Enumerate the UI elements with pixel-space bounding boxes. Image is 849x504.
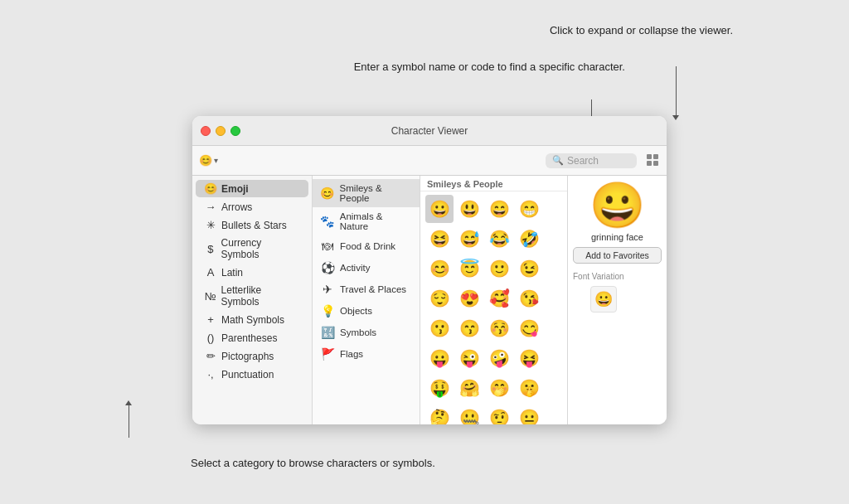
emoji-cell[interactable]: 🤐: [455, 404, 483, 424]
sidebar-item-letterlike-symbols[interactable]: №Letterlike Symbols: [196, 282, 308, 310]
sidebar-item-currency-symbols[interactable]: $Currency Symbols: [196, 235, 308, 263]
grid-view-icon[interactable]: [647, 154, 660, 167]
annotation-category: Select a category to browse characters o…: [191, 456, 435, 471]
sidebar-item-bullets-&-stars[interactable]: ✳Bullets & Stars: [196, 216, 308, 234]
subcat-label: Travel & Places: [340, 284, 406, 294]
subcat-icon: 💡: [319, 304, 336, 317]
sidebar-item-punctuation[interactable]: ·,Punctuation: [196, 366, 308, 383]
sidebar-icon: ·,: [204, 368, 217, 380]
emoji-cell[interactable]: 🤑: [425, 374, 454, 402]
sidebar-icon: ✏: [204, 350, 217, 362]
emoji-cell[interactable]: 😉: [515, 254, 543, 283]
sidebar-item-emoji[interactable]: 😊Emoji: [196, 180, 308, 197]
expand-arrow: [676, 66, 677, 116]
emoji-cell[interactable]: 😛: [425, 344, 454, 372]
close-button[interactable]: [201, 126, 211, 136]
subcat-icon: 🔣: [319, 326, 336, 339]
emoji-cell[interactable]: 🤭: [485, 374, 513, 402]
sidebar-label: Parentheses: [221, 332, 277, 344]
emoji-cell[interactable]: 😆: [425, 225, 454, 253]
sidebar-label: Math Symbols: [221, 314, 284, 326]
emoji-cell[interactable]: 😋: [515, 314, 543, 342]
character-viewer-window: Character Viewer 😊 ▾ 🔍 Search: [192, 116, 667, 424]
emoji-cell[interactable]: 🤪: [485, 344, 513, 372]
emoji-cell[interactable]: 😗: [425, 314, 454, 342]
annotation-expand: Click to expand or collapse the viewer.: [550, 23, 733, 38]
sidebar-item-pictographs[interactable]: ✏Pictographs: [196, 347, 308, 365]
sidebar-label: Currency Symbols: [221, 237, 300, 260]
subcat-label: Smileys & People: [340, 183, 413, 203]
emoji-cell[interactable]: 😜: [455, 344, 483, 372]
minimize-button[interactable]: [216, 126, 226, 136]
sidebar-label: Emoji: [221, 183, 249, 195]
traffic-lights: [201, 126, 240, 136]
emoji-cell[interactable]: 🤔: [425, 404, 454, 424]
zoom-button[interactable]: [230, 126, 240, 136]
sidebar-icon: №: [204, 290, 217, 303]
subcat-label: Flags: [340, 349, 363, 359]
emoji-cell[interactable]: 😝: [515, 344, 543, 372]
add-favorites-button[interactable]: Add to Favorites: [573, 247, 662, 264]
subcat-item-animals-&-nature[interactable]: 🐾Animals & Nature: [313, 207, 420, 235]
emoji-cell[interactable]: 🤗: [455, 374, 483, 402]
emoji-cell[interactable]: 😅: [455, 225, 483, 253]
font-variation-cell[interactable]: 😀: [590, 286, 617, 313]
sidebar-icon: ✳: [204, 219, 217, 231]
titlebar: Character Viewer: [192, 116, 667, 146]
category-arrow: [129, 405, 129, 438]
subcat-item-objects[interactable]: 💡Objects: [313, 300, 420, 322]
emoji-cell[interactable]: 🥰: [485, 284, 513, 313]
sidebar-item-parentheses[interactable]: ()Parentheses: [196, 329, 308, 346]
emoji-cell[interactable]: 😘: [515, 284, 543, 313]
emoji-cell[interactable]: 🤫: [515, 374, 543, 402]
emoji-cell[interactable]: 😀: [425, 195, 454, 223]
subcat-item-flags[interactable]: 🚩Flags: [313, 343, 420, 365]
sidebar-icon: +: [204, 313, 217, 326]
emoji-cell[interactable]: 😁: [515, 195, 543, 223]
emoji-cell[interactable]: 🤨: [485, 404, 513, 424]
chevron-down-icon: ▾: [214, 156, 218, 165]
page-wrapper: Click to expand or collapse the viewer. …: [0, 0, 849, 504]
emoji-cell[interactable]: 😌: [425, 284, 454, 313]
emoji-cell[interactable]: 😂: [485, 225, 513, 253]
emoji-cell[interactable]: 😚: [485, 314, 513, 342]
emoji-selector[interactable]: 😊 ▾: [199, 154, 218, 167]
emoji-cell[interactable]: 🙂: [485, 254, 513, 283]
emoji-cell[interactable]: 😄: [485, 195, 513, 223]
subcat-icon: ⚽: [319, 261, 336, 274]
subcat-label: Food & Drink: [340, 241, 395, 251]
emoji-cell[interactable]: 😍: [455, 284, 483, 313]
emoji-grid: 😀😃😄😁😆😅😂🤣😊😇🙂😉😌😍🥰😘😗😙😚😋😛😜🤪😝🤑🤗🤭🤫🤔🤐🤨😐😑😶😏😒: [420, 191, 567, 424]
sidebar-item-latin[interactable]: ALatin: [196, 264, 308, 281]
emoji-cell[interactable]: 😃: [455, 195, 483, 223]
detail-emoji: 😀: [589, 182, 645, 227]
subcat-item-activity[interactable]: ⚽Activity: [313, 257, 420, 279]
subcat-item-smileys-&-people[interactable]: 😊Smileys & People: [313, 179, 420, 207]
emoji-cell[interactable]: 😙: [455, 314, 483, 342]
subcategory-panel: 😊Smileys & People🐾Animals & Nature🍽Food …: [313, 176, 420, 424]
emoji-cell[interactable]: 😐: [515, 404, 543, 424]
emoji-grid-area: Smileys & People 😀😃😄😁😆😅😂🤣😊😇🙂😉😌😍🥰😘😗😙😚😋😛😜🤪…: [420, 176, 567, 424]
search-placeholder: Search: [567, 155, 599, 167]
sidebar-label: Letterlike Symbols: [221, 284, 300, 308]
emoji-selector-icon: 😊: [199, 154, 212, 167]
subcat-label: Animals & Nature: [340, 211, 413, 231]
subcat-item-travel-&-places[interactable]: ✈Travel & Places: [313, 279, 420, 300]
emoji-cell[interactable]: 😊: [425, 254, 454, 283]
subcat-icon: 🐾: [319, 215, 336, 228]
window-title: Character Viewer: [391, 125, 468, 137]
main-content: 😊Emoji→Arrows✳Bullets & Stars$Currency S…: [192, 176, 667, 424]
subcat-item-food-&-drink[interactable]: 🍽Food & Drink: [313, 235, 420, 257]
subcat-item-symbols[interactable]: 🔣Symbols: [313, 322, 420, 343]
subcat-icon: ✈: [319, 283, 336, 296]
search-bar[interactable]: 🔍 Search: [546, 153, 637, 168]
detail-panel: 😀 grinning face Add to Favorites Font Va…: [567, 176, 667, 424]
toolbar: 😊 ▾ 🔍 Search: [192, 146, 667, 176]
subcat-icon: 🚩: [319, 347, 336, 361]
annotation-search: Enter a symbol name or code to find a sp…: [354, 60, 625, 75]
sidebar-item-arrows[interactable]: →Arrows: [196, 198, 308, 216]
sidebar-item-math-symbols[interactable]: +Math Symbols: [196, 311, 308, 328]
emoji-cell[interactable]: 🤣: [515, 225, 543, 253]
emoji-cell[interactable]: 😇: [455, 254, 483, 283]
font-variation-label: Font Variation: [573, 272, 624, 281]
